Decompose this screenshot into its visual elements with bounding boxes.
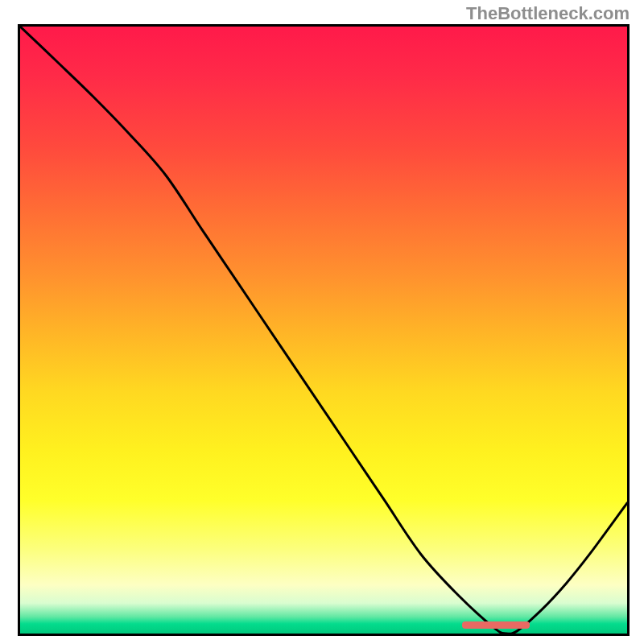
curve-path — [20, 27, 627, 634]
optimal-zone-marker — [462, 621, 530, 629]
chart-frame — [18, 24, 630, 636]
bottleneck-curve — [20, 27, 627, 634]
watermark-text: TheBottleneck.com — [466, 3, 630, 24]
